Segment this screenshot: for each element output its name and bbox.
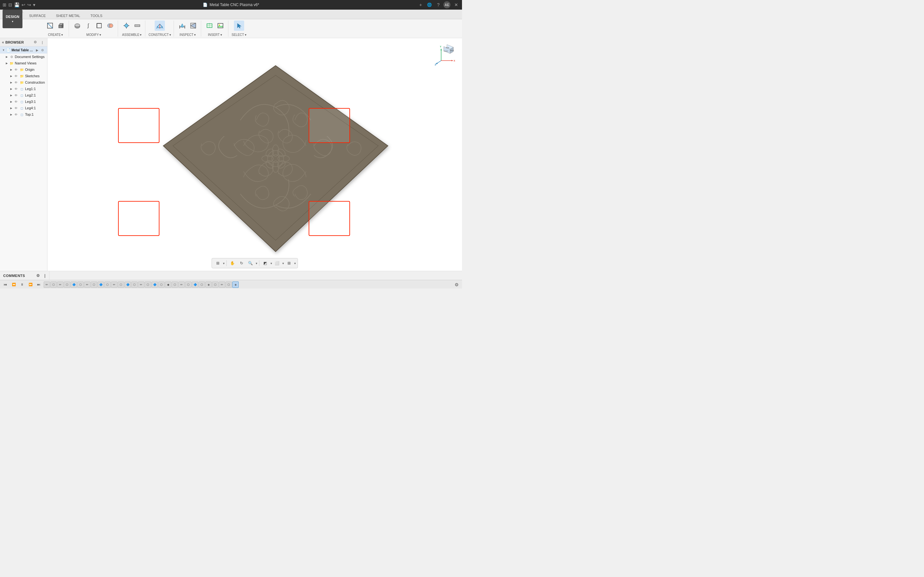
playback-end-btn[interactable]: ⏭ [35, 281, 42, 288]
undo-icon[interactable]: ↩ [21, 2, 25, 7]
tree-item-named-views[interactable]: ▶ 📁 Named Views [0, 60, 47, 66]
create-sketch-btn[interactable] [45, 21, 55, 31]
insert-canvas-btn[interactable] [204, 21, 215, 31]
tree-item-sketches[interactable]: ▶ 👁 📁 Sketches [0, 73, 47, 79]
timeline-item-15[interactable]: ✏ [138, 282, 144, 288]
save-icon[interactable]: 💾 [14, 2, 19, 7]
timeline-item-3[interactable]: ✏ [57, 282, 63, 288]
leg1-eye-icon[interactable]: 👁 [13, 86, 19, 91]
leg4-eye-icon[interactable]: 👁 [13, 105, 19, 111]
file-icon[interactable]: ⊟ [8, 2, 12, 7]
globe-btn[interactable]: 🌐 [426, 2, 433, 8]
inspect-measure-btn[interactable] [177, 21, 187, 31]
timeline-item-28[interactable]: ⬡ [226, 282, 232, 288]
origin-eye-icon[interactable]: 👁 [13, 67, 19, 72]
comments-settings-icon[interactable]: ⚙ [35, 273, 41, 279]
sidebar-resize-handle[interactable] [46, 38, 47, 271]
timeline-item-10[interactable]: ⬡ [104, 282, 111, 288]
assemble-rigid-btn[interactable] [132, 21, 142, 31]
redo-icon[interactable]: ↪ [27, 2, 31, 7]
create-extrude-btn[interactable] [56, 21, 66, 31]
tree-item-leg4[interactable]: ▶ 👁 ◻ Leg4:1 [0, 105, 47, 111]
select-btn[interactable] [234, 21, 244, 31]
browser-resize-handle[interactable]: | [39, 39, 45, 45]
tab-surface[interactable]: SURFACE [24, 12, 51, 19]
timeline-item-2[interactable]: ⬡ [50, 282, 57, 288]
viewport-render-mode-btn[interactable]: ⬜ [273, 259, 281, 267]
timeline-item-7[interactable]: ✏ [84, 282, 90, 288]
browser-collapse-icon[interactable]: « [2, 40, 4, 45]
tree-item-leg3[interactable]: ▶ 👁 ◻ Leg3:1 [0, 98, 47, 105]
browser-settings-icon[interactable]: ⚙ [32, 39, 38, 45]
timeline-item-12[interactable]: ⬡ [118, 282, 124, 288]
tree-item-origin[interactable]: ▶ 👁 📁 Origin [0, 66, 47, 73]
tree-root-item[interactable]: ▼ 📄 Metal Table CNC Plasma v6 ▶ ⚙ [0, 47, 47, 53]
timeline-item-22[interactable]: ⬡ [185, 282, 192, 288]
timeline-item-17[interactable]: 🔷 [152, 282, 158, 288]
assemble-label[interactable]: ASSEMBLE ▾ [122, 33, 142, 37]
sketches-eye-icon[interactable]: 👁 [13, 73, 19, 79]
more-icon[interactable]: ▾ [33, 2, 35, 7]
design-dropdown[interactable]: DESIGN ▾ [3, 10, 23, 28]
modify-press-btn[interactable] [72, 21, 82, 31]
playback-start-btn[interactable]: ⏮ [2, 281, 9, 288]
tab-tools[interactable]: TOOLS [86, 12, 107, 19]
playback-play-btn[interactable]: ⏸ [19, 281, 26, 288]
leg2-eye-icon[interactable]: 👁 [13, 93, 19, 98]
modify-formula-btn[interactable]: ∫ [83, 21, 94, 31]
root-settings-icon[interactable]: ⚙ [40, 48, 45, 52]
timeline-item-21[interactable]: ✏ [178, 282, 185, 288]
timeline-item-4[interactable]: ⬡ [64, 282, 70, 288]
timeline-item-6[interactable]: ⬡ [78, 282, 84, 288]
insert-label[interactable]: INSERT ▾ [208, 33, 222, 37]
timeline-item-27[interactable]: ✏ [219, 282, 225, 288]
timeline-item-26[interactable]: ⬡ [212, 282, 218, 288]
viewport-display-mode-btn[interactable]: ◩ [262, 259, 269, 267]
root-play-icon[interactable]: ▶ [35, 48, 39, 52]
selection-box-bottom-right[interactable] [309, 201, 350, 236]
viewport-grid-btn[interactable]: ⊞ [214, 259, 222, 267]
modify-scale-btn[interactable] [94, 21, 104, 31]
viewport-zoom-btn[interactable]: 🔍 [247, 259, 254, 267]
tree-item-leg1[interactable]: ▶ 👁 ◻ Leg1:1 [0, 85, 47, 92]
timeline-item-1[interactable]: ✏ [44, 282, 50, 288]
inspect-label[interactable]: INSPECT ▾ [180, 33, 196, 37]
construct-label[interactable]: CONSTRUCT ▾ [149, 33, 171, 37]
timeline-item-13[interactable]: 🔷 [124, 282, 131, 288]
assemble-joint-btn[interactable] [121, 21, 132, 31]
timeline-item-8[interactable]: ⬡ [91, 282, 97, 288]
tab-sheetmetal[interactable]: SHEET METAL [51, 12, 85, 19]
construction-eye-icon[interactable]: 👁 [13, 80, 19, 85]
construct-plane-btn[interactable] [155, 21, 165, 31]
tree-item-leg2[interactable]: ▶ 👁 ◻ Leg2:1 [0, 92, 47, 98]
viewport-view-mode-btn[interactable]: ⊞ [285, 259, 293, 267]
selection-box-top-right[interactable] [309, 108, 350, 143]
timeline-item-25[interactable]: ◈ [205, 282, 212, 288]
timeline-item-11[interactable]: ✏ [111, 282, 118, 288]
selection-box-bottom-left[interactable] [118, 201, 160, 236]
viewport-pan-btn[interactable]: ✋ [229, 259, 236, 267]
tree-item-top[interactable]: ▶ 👁 ◻ Top:1 [0, 111, 47, 118]
select-label[interactable]: SELECT ▾ [232, 33, 246, 37]
nav-cube[interactable]: Y X Z TOP FRONT RIGHT [435, 43, 457, 65]
viewport-orbit-btn[interactable]: ↻ [238, 259, 246, 267]
add-tab-btn[interactable]: + [418, 2, 423, 8]
viewport[interactable]: Y X Z TOP FRONT RIGHT [47, 38, 462, 271]
app-grid-icon[interactable]: ⊞ [3, 2, 6, 7]
playback-prev-btn[interactable]: ⏪ [10, 281, 17, 288]
modify-combine-btn[interactable] [105, 21, 115, 31]
comments-resize-icon[interactable]: | [42, 273, 48, 279]
tree-item-construction[interactable]: ▶ 👁 📁 Construction [0, 79, 47, 85]
playback-next-btn[interactable]: ⏩ [27, 281, 34, 288]
timeline-settings-btn[interactable]: ⚙ [453, 281, 460, 288]
timeline-item-20[interactable]: ⬡ [172, 282, 178, 288]
timeline-item-18[interactable]: ⬡ [158, 282, 165, 288]
leg3-eye-icon[interactable]: 👁 [13, 99, 19, 104]
timeline-item-24[interactable]: ⬡ [199, 282, 205, 288]
timeline-item-9[interactable]: 🔷 [97, 282, 104, 288]
create-label[interactable]: CREATE ▾ [48, 33, 63, 37]
timeline-item-5[interactable]: 🔷 [71, 282, 77, 288]
user-avatar[interactable]: AE [443, 1, 451, 8]
close-btn[interactable]: ✕ [453, 2, 459, 8]
top-eye-icon[interactable]: 👁 [13, 112, 19, 117]
